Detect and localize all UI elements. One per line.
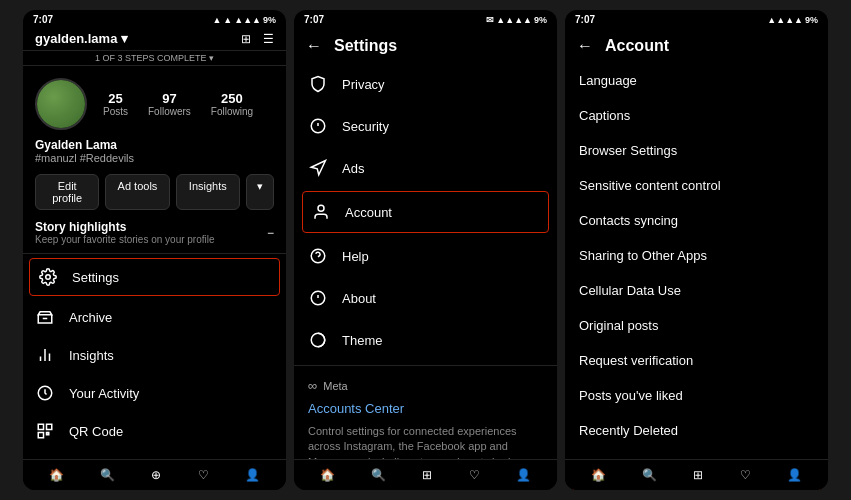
theme-item[interactable]: Theme (294, 319, 557, 361)
status-icons-1: ▲ ▲ ▲▲▲ 9% (212, 15, 276, 25)
nav-search-3[interactable]: 🔍 (642, 468, 657, 482)
svg-point-16 (318, 205, 324, 211)
battery-3: 9% (805, 15, 818, 25)
insights-menu-item[interactable]: Insights (23, 336, 286, 374)
svg-rect-9 (47, 433, 49, 435)
back-arrow-settings[interactable]: ← (306, 37, 322, 55)
nav-home-1[interactable]: 🏠 (49, 468, 64, 482)
steps-bar: 1 OF 3 STEPS COMPLETE ▾ (23, 50, 286, 66)
archive-menu-item[interactable]: Archive (23, 298, 286, 336)
posts-liked-item[interactable]: Posts you've liked (565, 378, 828, 413)
nav-profile-2[interactable]: 👤 (516, 468, 531, 482)
divider-meta (294, 365, 557, 366)
nav-add-2[interactable]: ⊞ (422, 468, 432, 482)
help-item[interactable]: Help (294, 235, 557, 277)
nav-profile-1[interactable]: 👤 (245, 468, 260, 482)
battery-2: 9% (534, 15, 547, 25)
sensitive-content-item[interactable]: Sensitive content control (565, 168, 828, 203)
chevron-button[interactable]: ▾ (246, 174, 274, 210)
time-2: 7:07 (304, 14, 324, 25)
signal-3: ▲▲▲▲ (767, 15, 803, 25)
nav-add-3[interactable]: ⊞ (693, 468, 703, 482)
status-icons-2: ✉ ▲▲▲▲ 9% (486, 15, 547, 25)
security-icon (308, 116, 328, 136)
settings-icon (38, 267, 58, 287)
nav-search-1[interactable]: 🔍 (100, 468, 115, 482)
status-bar-3: 7:07 ▲▲▲▲ 9% (565, 10, 828, 29)
header-icons: ⊞ ☰ (241, 32, 274, 46)
highlights-collapse-icon[interactable]: − (267, 226, 274, 240)
nav-search-2[interactable]: 🔍 (371, 468, 386, 482)
insights-label: Insights (69, 348, 114, 363)
nav-home-3[interactable]: 🏠 (591, 468, 606, 482)
svg-point-0 (46, 275, 51, 280)
contacts-syncing-item[interactable]: Contacts syncing (565, 203, 828, 238)
privacy-item[interactable]: Privacy (294, 63, 557, 105)
nav-heart-2[interactable]: ♡ (469, 468, 480, 482)
accounts-center-link[interactable]: Accounts Center (294, 397, 557, 420)
settings-label: Settings (72, 270, 119, 285)
insights-icon (35, 345, 55, 365)
profile-screen: 7:07 ▲ ▲ ▲▲▲ 9% gyalden.lama ▾ ⊞ ☰ 1 OF … (23, 10, 286, 490)
activity-icon (35, 383, 55, 403)
recently-deleted-item[interactable]: Recently Deleted (565, 413, 828, 448)
battery-1: 9% (263, 15, 276, 25)
sharing-apps-item[interactable]: Sharing to Other Apps (565, 238, 828, 273)
captions-item[interactable]: Captions (565, 98, 828, 133)
status-bar-2: 7:07 ✉ ▲▲▲▲ 9% (294, 10, 557, 29)
settings-menu-item[interactable]: Settings (29, 258, 280, 296)
nav-home-2[interactable]: 🏠 (320, 468, 335, 482)
signal-icon: ▲▲▲ (234, 15, 261, 25)
settings-screen: 7:07 ✉ ▲▲▲▲ 9% ← Settings Privacy Securi… (294, 10, 557, 490)
meta-logo: ∞ (308, 378, 317, 393)
about-label: About (342, 291, 376, 306)
avatar (35, 78, 87, 130)
back-arrow-account[interactable]: ← (577, 37, 593, 55)
svg-rect-7 (47, 424, 52, 429)
request-verification-item[interactable]: Request verification (565, 343, 828, 378)
following-stat: 250 Following (211, 91, 253, 117)
dropdown-icon[interactable]: ▾ (121, 31, 128, 46)
time-3: 7:07 (575, 14, 595, 25)
language-item[interactable]: Language (565, 63, 828, 98)
edit-profile-button[interactable]: Edit profile (35, 174, 99, 210)
svg-rect-6 (38, 424, 43, 429)
svg-rect-8 (38, 433, 43, 438)
account-item[interactable]: Account (302, 191, 549, 233)
nav-profile-3[interactable]: 👤 (787, 468, 802, 482)
insights-button[interactable]: Insights (176, 174, 240, 210)
qr-label: QR Code (69, 424, 123, 439)
ads-item[interactable]: Ads (294, 147, 557, 189)
sim-icon: ▲ (212, 15, 221, 25)
security-label: Security (342, 119, 389, 134)
about-icon (308, 288, 328, 308)
story-highlights-header: Story highlights Keep your favorite stor… (23, 216, 286, 249)
original-posts-item[interactable]: Original posts (565, 308, 828, 343)
meta-section: ∞ Meta (294, 370, 557, 397)
highlights-info: Story highlights Keep your favorite stor… (35, 220, 215, 245)
add-icon[interactable]: ⊞ (241, 32, 251, 46)
nav-heart-3[interactable]: ♡ (740, 468, 751, 482)
cellular-data-item[interactable]: Cellular Data Use (565, 273, 828, 308)
stats-group: 25 Posts 97 Followers 250 Following (103, 91, 253, 117)
menu-icon[interactable]: ☰ (263, 32, 274, 46)
status-bar-1: 7:07 ▲ ▲ ▲▲▲ 9% (23, 10, 286, 29)
nav-add-1[interactable]: ⊕ (151, 468, 161, 482)
qr-icon (35, 421, 55, 441)
activity-menu-item[interactable]: Your Activity (23, 374, 286, 412)
archive-label: Archive (69, 310, 112, 325)
bottom-nav-3: 🏠 🔍 ⊞ ♡ 👤 (565, 459, 828, 490)
bottom-nav-1: 🏠 🔍 ⊕ ♡ 👤 (23, 459, 286, 490)
profile-bio: Gyalden Lama #manuzl #Reddevils (23, 134, 286, 168)
wifi-icon: ▲ (223, 15, 232, 25)
profile-username: gyalden.lama ▾ (35, 31, 128, 46)
avatar-image (37, 80, 85, 128)
theme-label: Theme (342, 333, 382, 348)
ad-tools-button[interactable]: Ad tools (105, 174, 169, 210)
nav-heart-1[interactable]: ♡ (198, 468, 209, 482)
time-1: 7:07 (33, 14, 53, 25)
about-item[interactable]: About (294, 277, 557, 319)
browser-settings-item[interactable]: Browser Settings (565, 133, 828, 168)
qr-menu-item[interactable]: QR Code (23, 412, 286, 450)
security-item[interactable]: Security (294, 105, 557, 147)
